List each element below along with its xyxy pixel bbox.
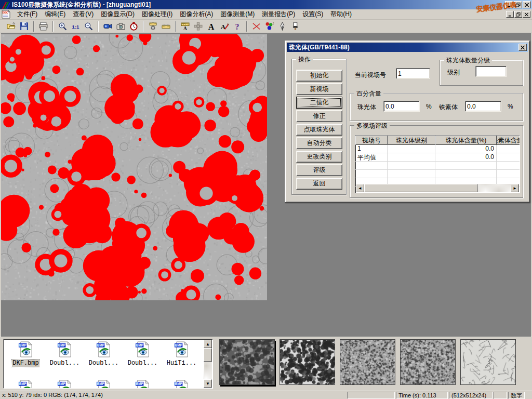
op-button-9[interactable]: 返回 (296, 178, 342, 190)
file-item-3[interactable]: BMPDoubl... (85, 341, 123, 367)
table-cell (497, 170, 520, 178)
ruler-icon[interactable] (159, 21, 172, 32)
timer-icon[interactable] (127, 21, 140, 32)
dialog-title-bar[interactable]: 珠光体(GB/T9441-88) (287, 43, 528, 52)
level-input[interactable] (475, 66, 507, 77)
brush-icon[interactable] (289, 21, 302, 32)
table-row-4[interactable] (355, 170, 520, 178)
file-item-4[interactable]: BMPDoubl... (124, 341, 162, 367)
status-bar: x: 510 y: 79 idx: 0 RGB: (174, 174, 174)… (0, 391, 532, 399)
file-item-1[interactable]: BMPDKF.bmp (7, 341, 45, 367)
thumbnail-5[interactable] (460, 339, 516, 385)
menu-item-2[interactable]: 编辑(E) (41, 9, 69, 20)
measure-text-icon[interactable]: A (179, 21, 192, 32)
table-row-2[interactable]: 平均值0.0 (355, 153, 520, 162)
menu-item-3[interactable]: 查看(V) (69, 9, 97, 20)
thumbnail-3[interactable] (340, 339, 395, 385)
menu-item-6[interactable]: 图像分析(A) (176, 9, 217, 20)
picker-icon[interactable] (276, 21, 289, 32)
thumbnail-2[interactable] (280, 339, 335, 385)
menu-item-9[interactable]: 设置(S) (299, 9, 327, 20)
zoom-out-icon[interactable] (82, 21, 95, 32)
print-icon[interactable] (37, 21, 50, 32)
open-icon[interactable] (5, 21, 18, 32)
video-camera-icon[interactable] (101, 21, 114, 32)
file-scroll-up-arrow[interactable]: ▲ (204, 340, 212, 348)
dialog-title: 珠光体(GB/T9441-88) (289, 43, 350, 52)
table-header-3[interactable]: 珠光体含量(%) (435, 136, 497, 145)
thumbnail-4[interactable] (400, 339, 456, 385)
op-button-5[interactable]: 点取珠光体 (296, 124, 342, 136)
current-field-input[interactable] (396, 68, 430, 79)
op-button-3[interactable]: 二值化 (296, 97, 342, 109)
mdi-close-button[interactable] (523, 11, 530, 18)
file-scrollbar-thumb[interactable] (204, 348, 212, 362)
pearlite-percent-input[interactable] (383, 101, 420, 112)
file-item-2[interactable]: BMPDoubl... (46, 341, 84, 367)
menu-item-5[interactable]: 图像处理(I) (138, 9, 176, 20)
menu-item-7[interactable]: 图像测量(M) (217, 9, 258, 20)
table-cell (388, 170, 435, 178)
file-list-scrollbar[interactable]: ▲ ▼ (204, 340, 212, 388)
restore-button[interactable] (514, 1, 522, 8)
app-icon (2, 1, 10, 9)
file-item-5[interactable]: BMPHuiTi... (163, 341, 201, 367)
minimize-button[interactable] (505, 1, 513, 8)
thumbnail-1[interactable] (219, 339, 275, 385)
file-item-row2-5[interactable]: BMP (163, 380, 201, 389)
op-button-7[interactable]: 更改类别 (296, 151, 342, 163)
op-button-8[interactable]: 评级 (296, 164, 342, 176)
table-header-1[interactable]: 视场号 (355, 136, 388, 145)
table-row-1[interactable]: 10.0 (355, 145, 520, 153)
file-item-row2-3[interactable]: BMP (85, 380, 123, 389)
curve-tool-icon[interactable] (250, 21, 263, 32)
table-horizontal-scrollbar[interactable]: ◄ ► (356, 184, 519, 192)
metallographic-image[interactable] (1, 34, 267, 300)
file-name: DKF.bmp (12, 360, 39, 367)
menu-item-10[interactable]: 帮助(H) (327, 9, 355, 20)
table-header-2[interactable]: 珠光体级别 (388, 136, 435, 145)
scroll-left-arrow[interactable]: ◄ (356, 184, 364, 192)
close-button[interactable] (523, 1, 531, 8)
mdi-restore-button[interactable] (514, 11, 522, 18)
percent-group-label: 百分含量 (354, 89, 383, 98)
table-cell: 平均值 (355, 153, 388, 161)
op-button-1[interactable]: 初始化 (296, 70, 342, 82)
svg-text:A: A (208, 22, 215, 31)
dialog-close-button[interactable] (518, 44, 527, 51)
scrollbar-thumb[interactable] (364, 184, 477, 192)
op-button-2[interactable]: 新视场 (296, 83, 342, 95)
op-button-4[interactable]: 修正 (296, 110, 342, 122)
save-icon[interactable] (18, 21, 31, 32)
mdi-minimize-button[interactable] (506, 11, 514, 18)
ferrite-percent-input[interactable] (465, 101, 501, 112)
file-scroll-down-arrow[interactable]: ▼ (204, 379, 212, 388)
table-row-3[interactable] (355, 162, 520, 170)
op-button-6[interactable]: 自动分类 (296, 137, 342, 149)
bmp-file-icon: BMP (18, 352, 34, 359)
menu-item-4[interactable]: 图像显示(D) (97, 9, 138, 20)
application-window: { "window": { "title": "IS100显微摄像系统(金相分析… (0, 0, 532, 399)
file-item-row2-1[interactable]: BMP (7, 380, 45, 389)
actual-size-icon[interactable]: 1:1 (69, 21, 82, 32)
help-icon[interactable]: ? (231, 21, 244, 32)
menu-item-8[interactable]: 测量报告(P) (258, 9, 299, 20)
classify-icon[interactable]: 3 (263, 21, 276, 32)
rating-group: 多视场评级 视场号珠光体级别珠光体含量(%)铁素体含量(%) 10.0平均值0.… (350, 125, 523, 198)
zoom-in-icon[interactable] (56, 21, 69, 32)
file-list: ▲ ▼ BMPDKF.bmpBMPDoubl...BMPDoubl...BMPD… (3, 339, 213, 389)
scroll-right-arrow[interactable]: ► (511, 184, 519, 192)
menu-item-1[interactable]: 文件(F) (14, 9, 41, 20)
title-bar: IS100显微摄像系统(金相分析版) - [zhuguangti01] (0, 0, 532, 9)
text-icon[interactable]: A (205, 21, 218, 32)
annotate-icon[interactable]: A (218, 21, 231, 32)
toolbar-group-3: 1:1 (54, 21, 98, 32)
pixel-grid-icon[interactable] (192, 21, 205, 32)
bmp-file-icon: BMP (135, 352, 151, 359)
table-header-4[interactable]: 铁素体含量(%) (497, 136, 520, 145)
file-item-row2-2[interactable]: BMP (46, 380, 84, 389)
camera-icon[interactable] (114, 21, 127, 32)
caliper-icon[interactable] (147, 21, 159, 32)
file-item-row2-4[interactable]: BMP (124, 380, 162, 389)
pearlite-unit: % (426, 103, 432, 110)
